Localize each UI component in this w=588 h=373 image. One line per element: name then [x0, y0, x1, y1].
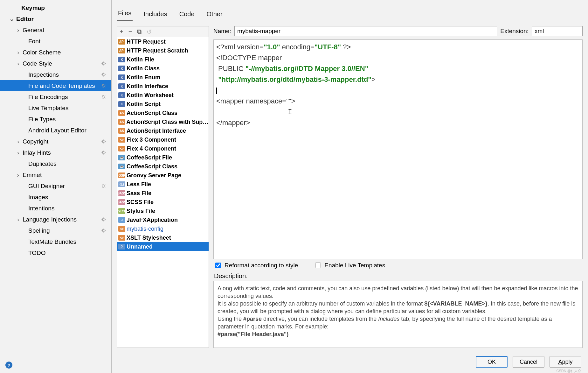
sidebar-item[interactable]: Spelling⛭ [0, 225, 111, 236]
template-item[interactable]: APIHTTP Request Scratch [117, 46, 209, 55]
sidebar-item[interactable]: ›Code Style⛭ [0, 58, 111, 69]
sidebar-item-label: Copyright [23, 138, 101, 145]
template-item[interactable]: KKotlin Class [117, 64, 209, 73]
sidebar-item-label: Live Templates [28, 105, 111, 112]
template-item[interactable]: KKotlin Script [117, 100, 209, 109]
template-toolbar: + − ⧉ ↺ [117, 26, 209, 37]
template-item[interactable]: SASSSass File [117, 189, 209, 198]
template-list[interactable]: APIHTTP RequestAPIHTTP Request ScratchKK… [117, 37, 209, 348]
template-item-label: HTTP Request Scratch [127, 47, 188, 54]
template-item[interactable]: APIHTTP Request [117, 37, 209, 46]
sidebar-item[interactable]: ›Emmet [0, 169, 111, 180]
apply-button[interactable]: Apply [550, 356, 581, 368]
reformat-checkbox[interactable]: Reformat according to style [214, 262, 298, 269]
sidebar-item[interactable]: TODO [0, 247, 111, 258]
sidebar-item[interactable]: Android Layout Editor [0, 125, 111, 136]
sidebar-item-label: File Encodings [28, 94, 101, 101]
template-item-label: Flex 4 Component [127, 145, 176, 152]
file-type-icon: J [118, 217, 125, 223]
tab-includes[interactable]: Includes [142, 8, 169, 21]
reformat-checkbox-input[interactable] [215, 263, 221, 268]
sidebar-item[interactable]: File Types [0, 114, 111, 125]
template-item-label: HTTP Request [127, 39, 166, 45]
sidebar-item-label: TextMate Bundles [28, 238, 111, 245]
live-templates-checkbox[interactable]: Enable Live Templates [314, 262, 385, 269]
sidebar-item-label: Android Layout Editor [28, 127, 111, 134]
template-item[interactable]: <>Flex 3 Component [117, 135, 209, 144]
template-item[interactable]: ASActionScript Class [117, 109, 209, 117]
sidebar-item[interactable]: ›Language Injections⛭ [0, 214, 111, 225]
template-item-label: CoffeeScript Class [127, 163, 177, 170]
file-type-icon: AS [118, 119, 125, 125]
sidebar-item[interactable]: TextMate Bundles [0, 236, 111, 247]
help-icon[interactable]: ? [5, 362, 12, 369]
ok-button[interactable]: OK [476, 356, 508, 368]
template-item[interactable]: KKotlin Enum [117, 73, 209, 82]
template-item[interactable]: ☕CoffeeScript File [117, 153, 209, 162]
template-item[interactable]: <>Flex 4 Component [117, 144, 209, 153]
sidebar-item[interactable]: File and Code Templates⛭ [0, 80, 111, 91]
cancel-button[interactable]: Cancel [513, 356, 544, 368]
template-item[interactable]: KKotlin File [117, 55, 209, 64]
template-item[interactable]: {L}Less File [117, 180, 209, 189]
live-templates-checkbox-input[interactable] [315, 263, 321, 268]
template-item[interactable]: SASSSCSS File [117, 198, 209, 207]
sidebar-item[interactable]: ›General [0, 25, 111, 36]
gear-icon: ⛭ [101, 71, 107, 78]
sidebar-item-label: Font [28, 38, 111, 45]
tab-other[interactable]: Other [205, 8, 224, 21]
template-item[interactable]: ASActionScript Class with Supers [117, 117, 209, 126]
template-item[interactable]: ASActionScript Interface [117, 126, 209, 135]
sidebar-item[interactable]: Intentions [0, 203, 111, 214]
template-code-editor[interactable]: <?xml version="1.0" encoding="UTF-8" ?> … [213, 39, 583, 259]
tab-code[interactable]: Code [178, 8, 196, 21]
sidebar-item[interactable]: Keymap [0, 2, 111, 13]
main-panel: Scheme: FilesIncludesCodeOther + − ⧉ ↺ A… [112, 0, 588, 373]
gear-icon: ⛭ [101, 60, 107, 67]
sidebar-item-label: Images [28, 194, 111, 201]
add-icon[interactable]: + [120, 28, 123, 35]
name-label: Name: [213, 28, 231, 35]
extension-input[interactable] [532, 26, 583, 36]
sidebar-item[interactable]: ›Inlay Hints⛭ [0, 147, 111, 158]
template-item[interactable]: STYLStylus File [117, 207, 209, 215]
template-item[interactable]: <>mybatis-config [117, 224, 209, 233]
file-type-icon: <> [118, 226, 125, 232]
name-input[interactable] [234, 26, 497, 36]
template-item[interactable]: KKotlin Worksheet [117, 91, 209, 100]
sidebar-item[interactable]: ›Copyright⛭ [0, 136, 111, 147]
chevron-right-icon: › [16, 60, 21, 67]
gear-icon: ⛭ [101, 94, 107, 101]
sidebar-item[interactable]: File Encodings⛭ [0, 91, 111, 102]
gear-icon: ⛭ [101, 216, 107, 223]
sidebar-item-label: Intentions [28, 205, 111, 212]
template-item[interactable]: <>XSLT Stylesheet [117, 233, 209, 242]
sidebar-item-label: Spelling [28, 227, 101, 234]
settings-sidebar: Keymap⌄Editor›GeneralFont›Color Scheme›C… [0, 0, 112, 373]
tab-files[interactable]: Files [117, 7, 133, 21]
template-item[interactable]: ?Unnamed [117, 242, 209, 251]
template-item[interactable]: JJavaFXApplication [117, 215, 209, 224]
sidebar-item[interactable]: GUI Designer⛭ [0, 180, 111, 192]
sidebar-item[interactable]: Duplicates [0, 158, 111, 169]
sidebar-item[interactable]: Inspections⛭ [0, 69, 111, 80]
sidebar-item[interactable]: ›Color Scheme [0, 47, 111, 58]
template-item[interactable]: GSPGroovy Server Page [117, 171, 209, 180]
file-type-icon: K [118, 74, 125, 80]
sidebar-item-label: File Types [28, 116, 111, 123]
template-item[interactable]: ☕CoffeeScript Class [117, 162, 209, 171]
template-item[interactable]: KKotlin Interface [117, 82, 209, 91]
editor-pane: Name: Extension: <?xml version="1.0" enc… [213, 26, 583, 348]
file-type-icon: <> [118, 137, 125, 143]
sidebar-item[interactable]: Font [0, 36, 111, 47]
copy-icon[interactable]: ⧉ [137, 28, 142, 35]
undo-icon[interactable]: ↺ [147, 28, 152, 36]
template-item-label: Sass File [127, 190, 151, 197]
chevron-right-icon: › [16, 49, 21, 56]
remove-icon[interactable]: − [128, 28, 132, 35]
sidebar-item-label: Code Style [23, 60, 101, 67]
sidebar-item[interactable]: ⌄Editor [0, 13, 111, 25]
template-item-label: Flex 3 Component [127, 137, 176, 143]
sidebar-item[interactable]: Live Templates [0, 102, 111, 114]
sidebar-item[interactable]: Images [0, 192, 111, 203]
